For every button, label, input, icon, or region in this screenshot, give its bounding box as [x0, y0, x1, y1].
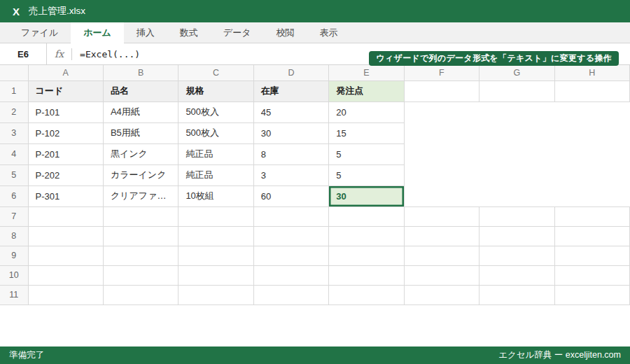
- cell-C11[interactable]: [178, 285, 253, 304]
- cell-H4[interactable]: [554, 144, 629, 164]
- cell-G6[interactable]: [479, 186, 554, 206]
- cell-C3[interactable]: 500枚入: [178, 122, 253, 144]
- cell-H3[interactable]: [554, 122, 629, 144]
- cell-B9[interactable]: [103, 246, 178, 265]
- cell-E4[interactable]: 5: [329, 144, 404, 164]
- column-header-B[interactable]: B: [103, 65, 178, 80]
- cell-A9[interactable]: [28, 246, 103, 265]
- cell-E8[interactable]: [329, 226, 404, 246]
- row-header-10[interactable]: 10: [0, 265, 28, 285]
- cell-F6[interactable]: [404, 186, 479, 206]
- tab-home[interactable]: ホーム: [71, 22, 124, 43]
- cell-G3[interactable]: [479, 122, 554, 144]
- cell-F7[interactable]: [404, 206, 479, 226]
- cell-G7[interactable]: [479, 206, 554, 226]
- cell-A3[interactable]: P-102: [28, 122, 103, 144]
- row-header-8[interactable]: 8: [0, 226, 28, 246]
- cell-A2[interactable]: P-101: [28, 102, 103, 122]
- cell-C1[interactable]: 規格: [178, 80, 253, 102]
- column-header-H[interactable]: H: [554, 65, 629, 80]
- cell-H9[interactable]: [554, 246, 629, 265]
- cell-D11[interactable]: [253, 285, 328, 304]
- cell-A8[interactable]: [28, 226, 103, 246]
- cell-F11[interactable]: [404, 285, 479, 304]
- cell-C2[interactable]: 500枚入: [178, 102, 253, 122]
- cell-A1[interactable]: コード: [28, 80, 103, 102]
- cell-A6[interactable]: P-301: [28, 186, 103, 206]
- cell-G1[interactable]: [479, 80, 554, 102]
- tab-insert[interactable]: 挿入: [124, 22, 167, 43]
- cell-B11[interactable]: [103, 285, 178, 304]
- cell-A11[interactable]: [28, 285, 103, 304]
- row-header-7[interactable]: 7: [0, 206, 28, 226]
- cell-D10[interactable]: [253, 265, 328, 285]
- cell-E10[interactable]: [329, 265, 404, 285]
- row-header-2[interactable]: 2: [0, 102, 28, 122]
- cell-C7[interactable]: [178, 206, 253, 226]
- cell-G5[interactable]: [479, 164, 554, 186]
- cell-D5[interactable]: 3: [253, 164, 328, 186]
- cell-G10[interactable]: [479, 265, 554, 285]
- cell-H2[interactable]: [554, 102, 629, 122]
- cell-G2[interactable]: [479, 102, 554, 122]
- cell-B7[interactable]: [103, 206, 178, 226]
- column-header-G[interactable]: G: [479, 65, 554, 80]
- row-header-5[interactable]: 5: [0, 164, 28, 186]
- cell-C9[interactable]: [178, 246, 253, 265]
- cell-C6[interactable]: 10枚組: [178, 186, 253, 206]
- tab-review[interactable]: 校閲: [263, 22, 307, 43]
- cell-H11[interactable]: [554, 285, 629, 304]
- cell-E6[interactable]: 30: [329, 186, 404, 206]
- cell-F9[interactable]: [404, 246, 479, 265]
- row-header-11[interactable]: 11: [0, 285, 28, 304]
- cell-G4[interactable]: [479, 144, 554, 164]
- column-header-F[interactable]: F: [404, 65, 479, 80]
- cell-C4[interactable]: 純正品: [178, 144, 253, 164]
- cell-E1[interactable]: 発注点: [329, 80, 404, 102]
- cell-E3[interactable]: 15: [329, 122, 404, 144]
- tab-view[interactable]: 表示: [307, 22, 350, 43]
- cell-F3[interactable]: [404, 122, 479, 144]
- cell-H6[interactable]: [554, 186, 629, 206]
- tab-formulas[interactable]: 数式: [167, 22, 211, 43]
- cell-F10[interactable]: [404, 265, 479, 285]
- column-header-E[interactable]: E: [329, 65, 404, 80]
- tab-file[interactable]: ファイル: [8, 22, 71, 43]
- cell-E5[interactable]: 5: [329, 164, 404, 186]
- row-header-3[interactable]: 3: [0, 122, 28, 144]
- cell-F4[interactable]: [404, 144, 479, 164]
- cell-E2[interactable]: 20: [329, 102, 404, 122]
- cell-F5[interactable]: [404, 164, 479, 186]
- cell-G9[interactable]: [479, 246, 554, 265]
- cell-G8[interactable]: [479, 226, 554, 246]
- cell-D6[interactable]: 60: [253, 186, 328, 206]
- column-header-D[interactable]: D: [253, 65, 328, 80]
- cell-F8[interactable]: [404, 226, 479, 246]
- cell-H7[interactable]: [554, 206, 629, 226]
- cell-D2[interactable]: 45: [253, 102, 328, 122]
- tab-data[interactable]: データ: [211, 22, 264, 43]
- cell-D3[interactable]: 30: [253, 122, 328, 144]
- cell-B3[interactable]: B5用紙: [103, 122, 178, 144]
- cell-B10[interactable]: [103, 265, 178, 285]
- cell-C8[interactable]: [178, 226, 253, 246]
- cell-B5[interactable]: カラーインク: [103, 164, 178, 186]
- cell-H10[interactable]: [554, 265, 629, 285]
- cell-B4[interactable]: 黒インク: [103, 144, 178, 164]
- select-all-corner[interactable]: [0, 65, 28, 80]
- row-header-1[interactable]: 1: [0, 80, 28, 102]
- cell-D9[interactable]: [253, 246, 328, 265]
- cell-A5[interactable]: P-202: [28, 164, 103, 186]
- row-header-6[interactable]: 6: [0, 186, 28, 206]
- row-header-9[interactable]: 9: [0, 246, 28, 265]
- column-header-C[interactable]: C: [178, 65, 253, 80]
- cell-H8[interactable]: [554, 226, 629, 246]
- cell-B6[interactable]: クリアファ…: [103, 186, 178, 206]
- cell-G11[interactable]: [479, 285, 554, 304]
- cell-A4[interactable]: P-201: [28, 144, 103, 164]
- cell-F2[interactable]: [404, 102, 479, 122]
- cell-A10[interactable]: [28, 265, 103, 285]
- cell-A7[interactable]: [28, 206, 103, 226]
- column-header-A[interactable]: A: [28, 65, 103, 80]
- cell-B2[interactable]: A4用紙: [103, 102, 178, 122]
